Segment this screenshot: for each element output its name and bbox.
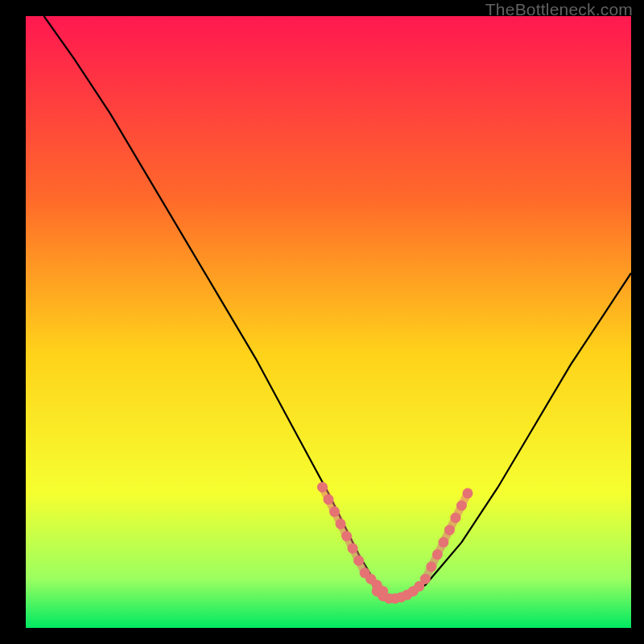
chart-svg: [26, 16, 631, 628]
chart-frame: [26, 16, 631, 628]
watermark-text: TheBottleneck.com: [485, 0, 633, 19]
gradient-background: [26, 16, 631, 628]
highlight-dot: [462, 488, 473, 498]
